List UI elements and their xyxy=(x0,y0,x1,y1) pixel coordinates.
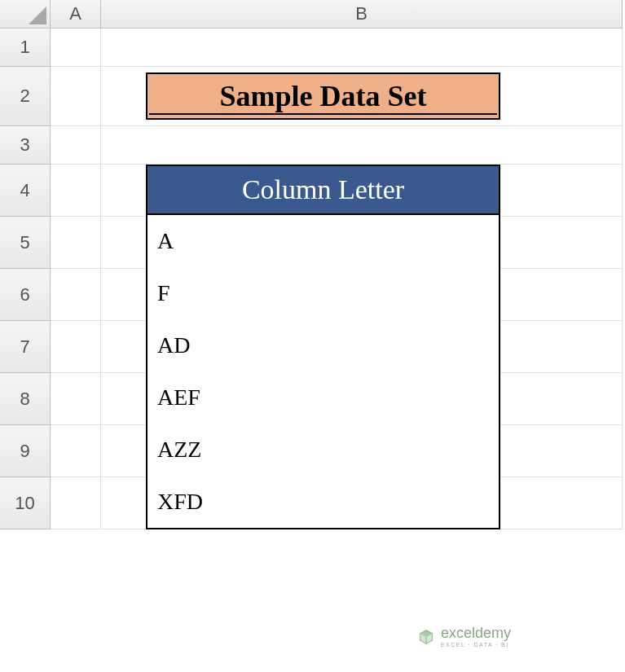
table-header-text: Column Letter xyxy=(242,174,404,205)
title-box: Sample Data Set xyxy=(146,72,500,120)
cell-a10[interactable] xyxy=(51,477,101,529)
cube-icon xyxy=(418,629,434,645)
watermark: exceldemy EXCEL · DATA · BI xyxy=(418,626,511,648)
cell-b3[interactable] xyxy=(101,126,623,165)
row-header-10[interactable]: 10 xyxy=(0,477,51,529)
cell-b7[interactable]: AD xyxy=(101,321,623,373)
data-cell: AEF xyxy=(146,371,500,425)
select-all-corner[interactable] xyxy=(0,0,51,29)
data-value: AD xyxy=(157,332,190,358)
row-header-5[interactable]: 5 xyxy=(0,217,51,269)
cell-a5[interactable] xyxy=(51,217,101,269)
title-text: Sample Data Set xyxy=(220,79,427,113)
spreadsheet-grid: A B 1 2 Sample Data Set 3 4 Column Lette… xyxy=(0,0,625,529)
cell-a9[interactable] xyxy=(51,425,101,477)
row-header-2[interactable]: 2 xyxy=(0,67,51,126)
title-underline xyxy=(149,113,497,115)
cell-b4[interactable]: Column Letter xyxy=(101,165,623,217)
cell-b8[interactable]: AEF xyxy=(101,373,623,425)
row-header-7[interactable]: 7 xyxy=(0,321,51,373)
data-cell: AZZ xyxy=(146,424,500,477)
watermark-sub: EXCEL · DATA · BI xyxy=(441,642,511,648)
watermark-text-wrap: exceldemy EXCEL · DATA · BI xyxy=(441,626,511,648)
row-header-4[interactable]: 4 xyxy=(0,165,51,217)
cell-a7[interactable] xyxy=(51,321,101,373)
cell-a3[interactable] xyxy=(51,126,101,165)
row-header-9[interactable]: 9 xyxy=(0,425,51,477)
watermark-main: exceldemy xyxy=(441,626,511,640)
data-cell: F xyxy=(146,267,500,321)
cell-b9[interactable]: AZZ xyxy=(101,425,623,477)
column-header-a[interactable]: A xyxy=(51,0,101,29)
cell-b10[interactable]: XFD xyxy=(101,477,623,529)
data-value: A xyxy=(157,228,174,254)
data-value: XFD xyxy=(157,489,203,515)
cell-a8[interactable] xyxy=(51,373,101,425)
row-header-6[interactable]: 6 xyxy=(0,269,51,321)
cell-b6[interactable]: F xyxy=(101,269,623,321)
table-header: Column Letter xyxy=(146,165,500,215)
row-header-8[interactable]: 8 xyxy=(0,373,51,425)
data-value: F xyxy=(157,280,170,306)
data-cell: A xyxy=(146,215,500,269)
data-value: AZZ xyxy=(157,437,201,463)
cell-a4[interactable] xyxy=(51,165,101,217)
row-header-1[interactable]: 1 xyxy=(0,29,51,67)
cell-a1[interactable] xyxy=(51,29,101,67)
data-value: AEF xyxy=(157,384,200,411)
cell-a2[interactable] xyxy=(51,67,101,126)
cell-b2[interactable]: Sample Data Set xyxy=(101,67,623,126)
row-header-3[interactable]: 3 xyxy=(0,126,51,165)
data-cell: XFD xyxy=(146,476,500,529)
cell-a6[interactable] xyxy=(51,269,101,321)
cell-b5[interactable]: A xyxy=(101,217,623,269)
column-header-b[interactable]: B xyxy=(101,0,623,29)
data-cell: AD xyxy=(146,319,500,373)
cell-b1[interactable] xyxy=(101,29,623,67)
